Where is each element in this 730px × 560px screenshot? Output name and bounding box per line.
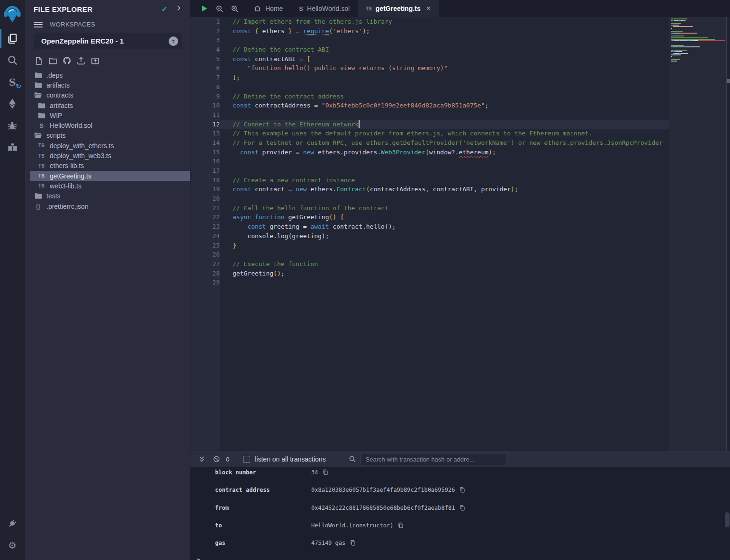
minimap-line	[671, 25, 725, 26]
deploy-run-icon[interactable]	[0, 93, 25, 115]
copy-icon[interactable]	[459, 487, 466, 493]
code-text	[220, 82, 233, 92]
minimap-line	[671, 28, 725, 29]
copy-icon[interactable]	[322, 469, 329, 476]
code-line-6[interactable]: 6 "function hello() public view returns …	[190, 63, 669, 73]
github-icon[interactable]	[62, 55, 72, 66]
plugin-manager-icon[interactable]	[0, 513, 25, 534]
code-text	[220, 166, 233, 176]
code-line-26[interactable]: 26	[190, 250, 669, 259]
tree-item-tests[interactable]: tests	[30, 191, 190, 201]
code-text: const contractABI = [	[220, 54, 310, 64]
scrollbar-thumb[interactable]	[727, 79, 730, 83]
new-folder-icon[interactable]	[47, 55, 58, 66]
code-line-22[interactable]: 22async function getGreeting() {	[190, 213, 669, 222]
tree-item-helloworld-sol[interactable]: SHelloWorld.sol	[30, 120, 190, 130]
new-file-icon[interactable]	[33, 55, 44, 66]
tab-helloworld-sol[interactable]: SHelloWorld.sol	[291, 0, 358, 17]
code-line-12[interactable]: 12// Connect to the Ethereum network	[190, 120, 669, 129]
code-text	[220, 110, 233, 120]
code-line-1[interactable]: 1// Import ethers from the ethers.js lib…	[190, 17, 669, 27]
editor-scrollbar[interactable]	[726, 17, 730, 451]
line-number: 10	[190, 101, 220, 110]
code-line-29[interactable]: 29	[190, 278, 669, 287]
tree-item-web3-lib-ts[interactable]: TSweb3-lib.ts	[30, 181, 190, 191]
code-line-2[interactable]: 2const { ethers } = require('ethers');	[190, 27, 669, 36]
typescript-icon: TS	[37, 153, 45, 159]
copy-icon[interactable]	[459, 505, 466, 511]
debugger-icon[interactable]	[0, 115, 25, 136]
minimap-line	[671, 59, 725, 60]
terminal-header: 0 listen on all transactions	[190, 451, 730, 467]
copy-icon[interactable]	[350, 540, 356, 546]
code-line-19[interactable]: 19const contract = new ethers.Contract(c…	[190, 185, 669, 194]
code-line-23[interactable]: 23 const greeting = await contract.hello…	[190, 222, 669, 231]
code-line-10[interactable]: 10const contractAddress = "0xb54febb5c0c…	[190, 101, 669, 110]
minimap[interactable]	[669, 17, 726, 451]
workspace-selector[interactable]: OpenZeppelin ERC20 - 1	[34, 33, 182, 49]
code-editor: 1// Import ethers from the ethers.js lib…	[190, 17, 730, 451]
copy-icon[interactable]	[397, 522, 404, 529]
code-line-14[interactable]: 14// For a testnet or custom RPC, use et…	[190, 138, 669, 148]
code-line-18[interactable]: 18// Create a new contract instance	[190, 176, 669, 185]
tree-item-artifacts[interactable]: artifacts	[30, 100, 190, 110]
line-number: 28	[190, 269, 220, 278]
code-line-25[interactable]: 25}	[190, 241, 669, 250]
tree-item-deploy-with-web3-ts[interactable]: TSdeploy_with_web3.ts	[30, 151, 190, 160]
settings-icon[interactable]: ⚙	[0, 534, 25, 556]
code-line-9[interactable]: 9// Define the contract address	[190, 92, 669, 101]
workspace-sort-icon[interactable]	[169, 36, 178, 46]
search-icon[interactable]	[0, 49, 25, 71]
line-number: 25	[190, 241, 220, 250]
code-line-28[interactable]: 28getGreeting();	[190, 269, 669, 278]
chevron-right-icon[interactable]	[175, 5, 182, 13]
workspaces-menu-icon[interactable]	[34, 22, 43, 27]
code-pane[interactable]: 1// Import ethers from the ethers.js lib…	[190, 17, 669, 451]
upload-folder-icon[interactable]	[90, 55, 100, 66]
tree-item-wip[interactable]: WIP	[30, 110, 190, 120]
tree-item--prettierrc-json[interactable]: { }.prettierrc.json	[30, 201, 190, 211]
listen-all-transactions-checkbox[interactable]	[243, 456, 250, 463]
code-line-17[interactable]: 17	[190, 166, 669, 176]
tree-item-deploy-with-ethers-ts[interactable]: TSdeploy_with_ethers.ts	[30, 141, 190, 151]
code-line-16[interactable]: 16	[190, 157, 669, 166]
clear-console-icon[interactable]	[213, 455, 220, 463]
tree-item-artifacts[interactable]: artifacts	[30, 80, 190, 90]
close-tab-icon[interactable]: ×	[426, 4, 431, 13]
run-script-button[interactable]	[200, 4, 208, 13]
code-line-27[interactable]: 27// Execute the function	[190, 259, 669, 269]
minimap-line	[671, 40, 725, 41]
tab-home[interactable]: Home	[245, 0, 291, 17]
tree-item-getgreeting-ts[interactable]: TSgetGreeting.ts	[30, 171, 190, 181]
upload-file-icon[interactable]	[76, 55, 86, 66]
minimap-line	[671, 33, 725, 34]
code-line-5[interactable]: 5const contractABI = [	[190, 54, 669, 64]
code-text: // Execute the function	[220, 259, 318, 269]
code-line-4[interactable]: 4// Define the contract ABI	[190, 45, 669, 54]
page-scrollbar-thumb[interactable]	[725, 512, 730, 527]
code-line-3[interactable]: 3	[190, 36, 669, 45]
code-line-7[interactable]: 7];	[190, 73, 669, 82]
collapse-terminal-icon[interactable]	[198, 455, 206, 463]
terminal-prompt[interactable]: >	[190, 555, 730, 560]
code-line-13[interactable]: 13// This example uses the default provi…	[190, 129, 669, 138]
code-line-8[interactable]: 8	[190, 82, 669, 92]
code-line-15[interactable]: 15 const provider = new ethers.providers…	[190, 148, 669, 157]
code-line-24[interactable]: 24 console.log(greeting);	[190, 231, 669, 241]
code-line-20[interactable]: 20	[190, 194, 669, 204]
code-line-21[interactable]: 21// Call the hello function of the cont…	[190, 204, 669, 213]
solidity-compiler-icon[interactable]: S↻	[0, 71, 25, 93]
tree-item-scripts[interactable]: scripts	[30, 131, 190, 141]
code-line-11[interactable]: 11	[190, 110, 669, 120]
tab-getgreeting-ts[interactable]: TSgetGreeting.ts×	[358, 0, 439, 17]
tree-item-ethers-lib-ts[interactable]: TSethers-lib.ts	[30, 161, 190, 171]
zoom-in-icon[interactable]	[231, 5, 239, 13]
transaction-search-input[interactable]	[360, 453, 506, 465]
zoom-out-icon[interactable]	[216, 5, 224, 13]
minimap-line	[671, 57, 725, 58]
tree-item-contracts[interactable]: contracts	[30, 90, 190, 100]
tree-item--deps[interactable]: .deps	[30, 70, 190, 80]
learneth-icon[interactable]	[0, 136, 25, 158]
remix-logo-icon[interactable]	[0, 1, 25, 27]
file-explorer-icon[interactable]	[0, 27, 25, 49]
